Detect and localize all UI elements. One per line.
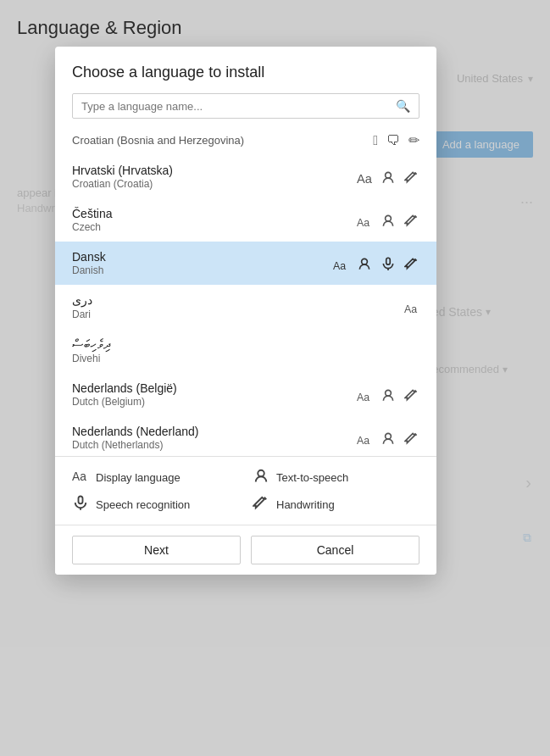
legend-handwriting: Handwriting [253, 494, 419, 514]
choose-language-modal: Choose a language to install 🔍 Croatian … [55, 47, 436, 575]
tts-icon [357, 256, 372, 271]
svg-text:Aa: Aa [333, 259, 346, 270]
display-icon:  [373, 133, 378, 148]
handwriting-icon: ✏ [408, 132, 419, 148]
list-item[interactable]: دری Dari Aa [55, 285, 436, 329]
legend-display: Aa Display language [72, 467, 239, 487]
list-item[interactable]: Dansk Danish Aa [55, 242, 436, 285]
display-lang-icon: Aa [357, 170, 372, 185]
handwriting-legend-label: Handwriting [276, 498, 335, 511]
speech-legend-icon [72, 494, 89, 514]
svg-text:Aa: Aa [72, 470, 86, 483]
display-lang-icon: Aa [357, 213, 372, 228]
speech-legend-label: Speech recognition [96, 498, 190, 511]
svg-text:Aa: Aa [404, 303, 417, 314]
tts-icon [381, 213, 396, 228]
list-item[interactable]: Nederlands (België) Dutch (Belgium) Aa [55, 373, 436, 416]
tts-icon [381, 431, 396, 446]
legend-tts: Text-to-speech [253, 467, 419, 487]
tts-icon [381, 387, 396, 403]
legend-speech: Speech recognition [72, 494, 239, 514]
tts-legend-icon [253, 467, 269, 487]
display-lang-icon: Aa [357, 431, 372, 446]
list-item[interactable]: Čeština Czech Aa [55, 198, 436, 242]
list-item[interactable]: Croatian (Bosnia and Herzegovina)  🗨 ✏ [55, 129, 436, 155]
svg-rect-15 [79, 497, 83, 504]
language-list: Croatian (Bosnia and Herzegovina)  🗨 ✏ … [55, 129, 436, 456]
list-item[interactable]: Hrvatski (Hrvatska) Croatian (Croatia) A… [55, 155, 436, 198]
modal-footer: Next Cancel [55, 525, 436, 575]
handwriting-icon [404, 256, 419, 271]
display-lang-icon: Aa [404, 299, 419, 314]
microphone-icon [381, 256, 396, 271]
search-input[interactable] [81, 100, 389, 113]
list-item[interactable]: ދިވެހިބަސް Divehi [55, 329, 436, 373]
modal-title: Choose a language to install [72, 64, 419, 81]
tts-icon [381, 170, 396, 185]
svg-text:Aa: Aa [357, 434, 369, 445]
svg-point-10 [386, 390, 392, 396]
svg-point-14 [258, 470, 264, 477]
display-lang-icon: Aa [357, 387, 372, 403]
svg-point-1 [386, 172, 392, 178]
svg-text:Aa: Aa [357, 216, 369, 227]
modal-header: Choose a language to install 🔍 [55, 47, 436, 129]
tts-icon: 🗨 [386, 133, 400, 148]
legend-section: Aa Display language Text-to-speech Speec… [55, 456, 436, 525]
handwriting-icon [404, 387, 419, 403]
handwriting-icon [404, 431, 419, 446]
tts-legend-label: Text-to-speech [276, 471, 348, 484]
display-legend-label: Display language [96, 471, 181, 484]
search-box: 🔍 [72, 93, 419, 119]
svg-text:Aa: Aa [357, 391, 369, 402]
list-item[interactable]: Nederlands (Nederland) Dutch (Netherland… [55, 416, 436, 456]
svg-point-12 [386, 433, 392, 439]
handwriting-legend-icon [253, 494, 269, 514]
cancel-button[interactable]: Cancel [251, 536, 419, 564]
next-button[interactable]: Next [72, 536, 241, 564]
handwriting-icon [404, 213, 419, 228]
search-icon: 🔍 [396, 99, 410, 113]
display-lang-icon: Aa [333, 256, 348, 271]
svg-point-5 [362, 258, 368, 264]
svg-point-3 [386, 215, 392, 221]
handwriting-icon [404, 170, 419, 185]
svg-rect-6 [386, 258, 391, 264]
svg-text:Aa: Aa [357, 171, 372, 184]
display-legend-icon: Aa [72, 467, 89, 487]
